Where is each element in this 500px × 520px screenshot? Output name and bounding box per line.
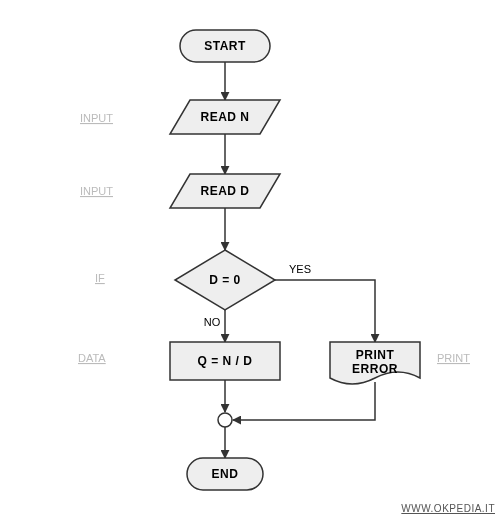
decision-node: D = 0 (175, 250, 275, 310)
label-print: PRINT (437, 352, 470, 364)
read-n-node: READ N (170, 100, 280, 134)
end-text: END (212, 467, 239, 481)
label-input-1: INPUT (80, 112, 113, 124)
start-node-text: START (204, 39, 246, 53)
yes-label: YES (289, 263, 311, 275)
end-node: END (187, 458, 263, 490)
no-label: NO (204, 316, 221, 328)
arrow (233, 382, 375, 420)
label-if: IF (95, 272, 105, 284)
yes-edge: YES (275, 263, 375, 342)
flowchart-diagram: INPUT INPUT IF DATA PRINT START READ N R… (0, 0, 500, 520)
print-error-text1: PRINT (356, 348, 395, 362)
compute-node: Q = N / D (170, 342, 280, 380)
read-d-node: READ D (170, 174, 280, 208)
print-error-text2: ERROR (352, 362, 398, 376)
label-input-2: INPUT (80, 185, 113, 197)
read-n-text: READ N (200, 110, 249, 124)
decision-text: D = 0 (209, 273, 241, 287)
no-edge: NO (204, 310, 225, 342)
read-d-text: READ D (200, 184, 249, 198)
print-error-node: PRINT ERROR (330, 342, 420, 384)
label-data: DATA (78, 352, 106, 364)
start-node: START (180, 30, 270, 62)
compute-text: Q = N / D (198, 354, 253, 368)
footer-credit: WWW.OKPEDIA.IT (401, 503, 495, 514)
merge-connector (218, 413, 232, 427)
